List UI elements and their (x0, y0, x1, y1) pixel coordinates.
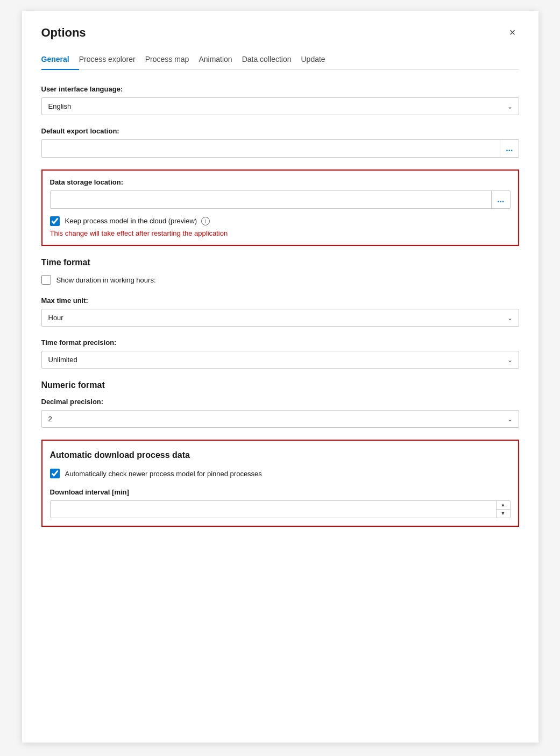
tab-process-explorer[interactable]: Process explorer (79, 50, 145, 70)
dialog-header: Options × (41, 26, 519, 40)
decimal-precision-group: Decimal precision: 0 1 2 3 4 ⌄ (41, 398, 519, 428)
keep-cloud-container: Keep process model in the cloud (preview… (50, 216, 511, 237)
ui-language-select-wrapper: English French German Spanish ⌄ (41, 97, 519, 115)
download-interval-label: Download interval [min] (50, 488, 511, 496)
download-interval-spinner: 15 ▲ ▼ (50, 500, 511, 518)
spinner-up-button[interactable]: ▲ (497, 501, 510, 510)
max-time-unit-group: Max time unit: Hour Day Week Month ⌄ (41, 296, 519, 327)
max-time-unit-select-wrapper: Hour Day Week Month ⌄ (41, 309, 519, 327)
time-format-precision-select-wrapper: Unlimited Seconds Minutes Hours ⌄ (41, 351, 519, 369)
ui-language-select[interactable]: English French German Spanish (41, 97, 519, 115)
dialog-title: Options (41, 26, 86, 40)
tabs-container: General Process explorer Process map Ani… (41, 50, 519, 70)
max-time-unit-select[interactable]: Hour Day Week Month (41, 309, 519, 327)
default-export-input-wrapper: C:\Users\username\Downloads ... (41, 139, 519, 158)
download-interval-group: Download interval [min] 15 ▲ ▼ (50, 488, 511, 518)
data-storage-input-wrapper: C:\DataStorageLocation ... (50, 190, 511, 209)
ui-language-group: User interface language: English French … (41, 85, 519, 115)
tab-update[interactable]: Update (301, 50, 335, 70)
decimal-precision-select[interactable]: 0 1 2 3 4 (41, 410, 519, 428)
show-duration-group: Show duration in working hours: (41, 275, 519, 285)
time-format-precision-group: Time format precision: Unlimited Seconds… (41, 338, 519, 369)
data-storage-input[interactable]: C:\DataStorageLocation (51, 191, 492, 208)
info-icon: i (201, 217, 210, 225)
show-duration-row: Show duration in working hours: (41, 275, 519, 285)
default-export-browse-button[interactable]: ... (500, 140, 518, 157)
show-duration-label: Show duration in working hours: (56, 276, 156, 284)
spinner-down-button[interactable]: ▼ (497, 510, 510, 518)
data-storage-browse-button[interactable]: ... (491, 191, 509, 208)
decimal-precision-select-wrapper: 0 1 2 3 4 ⌄ (41, 410, 519, 428)
keep-cloud-checkbox[interactable] (50, 216, 60, 226)
data-storage-group: Data storage location: C:\DataStorageLoc… (50, 178, 511, 209)
default-export-input[interactable]: C:\Users\username\Downloads (42, 140, 500, 157)
data-storage-label: Data storage location: (50, 178, 511, 186)
auto-check-label: Automatically check newer process model … (65, 470, 262, 478)
keep-cloud-label: Keep process model in the cloud (preview… (65, 217, 210, 226)
max-time-unit-label: Max time unit: (41, 296, 519, 305)
tab-animation[interactable]: Animation (199, 50, 242, 70)
decimal-precision-label: Decimal precision: (41, 398, 519, 406)
keep-cloud-row: Keep process model in the cloud (preview… (50, 216, 511, 226)
close-button[interactable]: × (506, 26, 519, 39)
default-export-group: Default export location: C:\Users\userna… (41, 127, 519, 158)
download-interval-input[interactable]: 15 (51, 501, 496, 518)
show-duration-checkbox[interactable] (41, 275, 51, 285)
auto-check-row: Automatically check newer process model … (50, 469, 511, 478)
auto-download-section: Automatic download process data Automati… (41, 440, 519, 527)
tab-data-collection[interactable]: Data collection (242, 50, 301, 70)
numeric-format-heading: Numeric format (41, 380, 519, 390)
restart-notice: This change will take effect after resta… (50, 229, 511, 237)
options-dialog: Options × General Process explorer Proce… (22, 11, 538, 743)
ui-language-label: User interface language: (41, 85, 519, 93)
time-format-precision-label: Time format precision: (41, 338, 519, 347)
time-format-heading: Time format (41, 258, 519, 267)
auto-download-heading: Automatic download process data (50, 450, 511, 460)
data-storage-section: Data storage location: C:\DataStorageLoc… (41, 169, 519, 246)
time-format-precision-select[interactable]: Unlimited Seconds Minutes Hours (41, 351, 519, 369)
tab-general[interactable]: General (41, 50, 79, 70)
spinner-buttons: ▲ ▼ (496, 501, 510, 518)
auto-check-checkbox[interactable] (50, 469, 60, 478)
default-export-label: Default export location: (41, 127, 519, 135)
tab-process-map[interactable]: Process map (145, 50, 199, 70)
